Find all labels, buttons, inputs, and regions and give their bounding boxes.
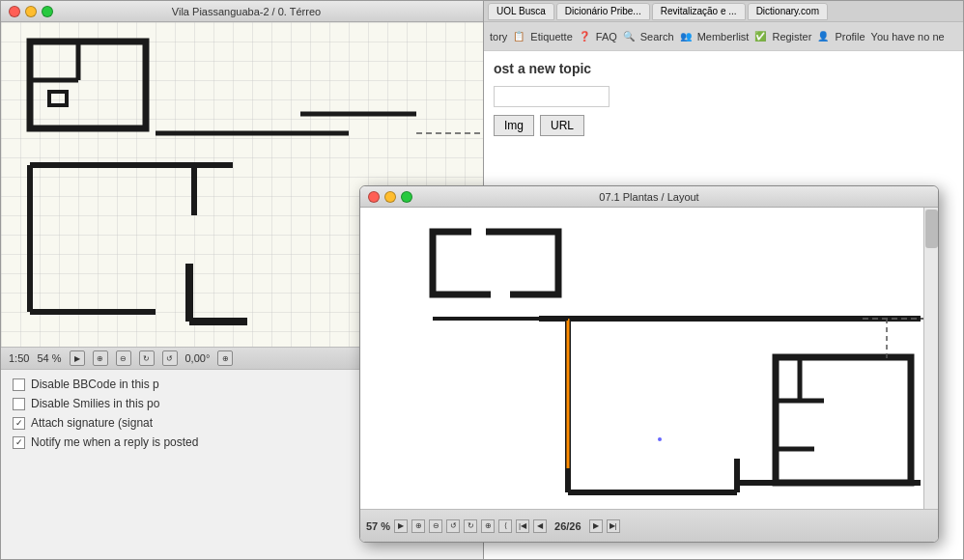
img-button[interactable]: Img (494, 115, 534, 136)
tab-dictionary[interactable]: Dictionary.com (748, 3, 828, 20)
angle-display: 0,00° (185, 352, 211, 364)
fp-page-nav-prev[interactable]: ◀ (533, 519, 547, 533)
fp-page-nav-next[interactable]: ▶ (589, 519, 603, 533)
forum-nav-faq-icon: ❓ (579, 31, 590, 42)
fp-minimize-button[interactable] (384, 191, 396, 203)
forum-nav-register-icon: ✅ (754, 31, 766, 42)
close-button[interactable] (9, 6, 20, 17)
fp-toolbar-zoomin[interactable]: ⊕ (411, 519, 425, 533)
forum-post-heading: ost a new topic (494, 61, 953, 76)
forum-text-input[interactable] (494, 86, 610, 107)
forum-input-row (494, 86, 953, 107)
fp-toolbar-left[interactable]: ⟨ (498, 519, 512, 533)
zoom-display: 54 % (37, 352, 61, 364)
forum-content: ost a new topic Img URL (484, 51, 963, 154)
attach-signature-label: Attach signature (signat (31, 416, 153, 430)
forum-nav-memberlist[interactable]: Memberlist (697, 31, 750, 42)
fp-toolbar-zoomout[interactable]: ⊖ (429, 519, 442, 533)
attach-signature-checkbox[interactable] (13, 417, 25, 430)
svg-rect-0 (30, 42, 146, 128)
toolbar-icon-3[interactable]: ⊖ (116, 350, 131, 366)
forum-nav-search[interactable]: Search (640, 31, 674, 42)
forum-nav-msg: You have no ne (871, 31, 945, 42)
svg-rect-20 (433, 232, 558, 294)
tab-dicionario[interactable]: Dicionário Pribe... (556, 3, 650, 20)
minimize-button[interactable] (25, 6, 37, 17)
forum-nav-etiquette-icon: 📋 (513, 31, 525, 42)
tab-uol-label: UOL Busca (496, 6, 546, 16)
notify-reply-label: Notify me when a reply is posted (31, 435, 198, 449)
forum-nav-profile-icon: 👤 (817, 31, 829, 42)
notify-reply-checkbox[interactable] (13, 436, 25, 449)
fp-toolbar-rotatecw[interactable]: ↻ (464, 519, 477, 533)
toolbar-icon-4[interactable]: ↻ (139, 350, 155, 366)
forum-nav-profile[interactable]: Profile (835, 31, 865, 42)
bg-titlebar: Vila Piassanguaba-2 / 0. Térreo (1, 1, 492, 22)
fp-page-number: 26/26 (551, 520, 585, 532)
forum-nav-tory[interactable]: tory (490, 31, 507, 42)
fp-floor-plan-svg (360, 208, 924, 510)
tab-revitalizacao[interactable]: Revitalização e ... (652, 3, 746, 20)
tab-dictionary-label: Dictionary.com (756, 6, 819, 16)
disable-smilies-label: Disable Smilies in this po (31, 397, 159, 410)
url-button[interactable]: URL (540, 115, 584, 136)
tab-revitalizacao-label: Revitalização e ... (661, 6, 737, 16)
tab-dicionario-label: Dicionário Pribe... (565, 6, 641, 16)
svg-rect-3 (49, 92, 67, 105)
maximize-button[interactable] (42, 6, 53, 17)
fp-scrollbar-vertical[interactable] (923, 208, 938, 510)
fp-canvas (360, 208, 924, 510)
fp-toolbar-rotateccw[interactable]: ↺ (446, 519, 460, 533)
fp-statusbar: 57 % ▶ ⊕ ⊖ ↺ ↻ ⊕ ⟨ |◀ ◀ 26/26 ▶ ▶| (360, 509, 939, 542)
toolbar-icon-6[interactable]: ⊕ (217, 350, 233, 366)
forum-toolbar: tory 📋 Etiquette ❓ FAQ 🔍 Search 👥 Member… (484, 22, 963, 51)
fp-titlebar: 07.1 Plantas / Layout (360, 186, 938, 208)
search-icon: 🔍 (623, 31, 635, 42)
tab-uol[interactable]: UOL Busca (488, 3, 554, 20)
fp-zoom: 57 % (366, 520, 390, 532)
fp-maximize-button[interactable] (401, 191, 412, 203)
fp-page-nav-first[interactable]: |◀ (516, 519, 529, 533)
svg-point-37 (658, 437, 662, 441)
disable-smilies-checkbox[interactable] (13, 398, 25, 410)
scale-display: 1:50 (9, 352, 29, 364)
fp-close-button[interactable] (368, 191, 380, 203)
fp-page-nav-last[interactable]: ▶| (607, 519, 620, 533)
forum-nav-etiquette[interactable]: Etiquette (530, 31, 572, 42)
svg-rect-26 (776, 357, 911, 483)
toolbar-icon-5[interactable]: ↺ (162, 350, 178, 366)
disable-bbcode-checkbox[interactable] (13, 378, 25, 391)
forum-nav-memberlist-icon: 👥 (680, 31, 692, 42)
fp-toolbar-play[interactable]: ▶ (394, 519, 408, 533)
fp-scrollbar-thumb[interactable] (925, 210, 938, 248)
browser-tabs: UOL Busca Dicionário Pribe... Revitaliza… (484, 1, 963, 22)
toolbar-icon-1[interactable]: ▶ (70, 350, 85, 366)
forum-button-row: Img URL (494, 115, 953, 136)
window-controls[interactable] (9, 6, 53, 17)
fp-floor-plan-window: 07.1 Plantas / Layout (359, 185, 939, 543)
forum-nav-register[interactable]: Register (772, 31, 811, 42)
fp-toolbar-icon5[interactable]: ⊕ (481, 519, 495, 533)
toolbar-icon-2[interactable]: ⊕ (93, 350, 108, 366)
fp-window-title: 07.1 Plantas / Layout (599, 191, 698, 203)
fp-window-controls[interactable] (368, 191, 412, 203)
forum-nav-faq[interactable]: FAQ (596, 31, 617, 42)
disable-bbcode-label: Disable BBCode in this p (31, 378, 159, 391)
bg-window-title: Vila Piassanguaba-2 / 0. Térreo (172, 6, 321, 17)
